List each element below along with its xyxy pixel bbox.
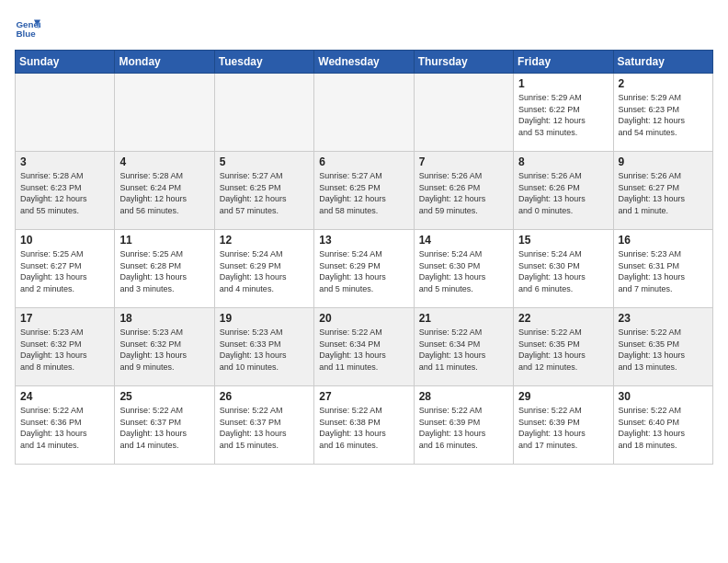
day-info: Sunrise: 5:29 AM Sunset: 6:22 PM Dayligh… <box>518 92 608 138</box>
day-number: 5 <box>220 155 309 168</box>
day-cell: 23Sunrise: 5:22 AM Sunset: 6:35 PM Dayli… <box>613 308 712 386</box>
day-info: Sunrise: 5:23 AM Sunset: 6:32 PM Dayligh… <box>119 327 209 373</box>
day-cell: 19Sunrise: 5:23 AM Sunset: 6:33 PM Dayli… <box>214 308 313 386</box>
day-cell <box>16 74 115 152</box>
week-row-1: 1Sunrise: 5:29 AM Sunset: 6:22 PM Daylig… <box>16 74 713 152</box>
day-cell <box>214 74 313 152</box>
day-number: 28 <box>419 390 508 403</box>
day-info: Sunrise: 5:29 AM Sunset: 6:23 PM Dayligh… <box>619 92 708 138</box>
day-info: Sunrise: 5:24 AM Sunset: 6:30 PM Dayligh… <box>419 248 508 294</box>
calendar-header-row: SundayMondayTuesdayWednesdayThursdayFrid… <box>16 51 713 74</box>
day-info: Sunrise: 5:23 AM Sunset: 6:32 PM Dayligh… <box>20 327 109 373</box>
svg-text:Blue: Blue <box>16 29 36 39</box>
col-header-saturday: Saturday <box>613 51 712 74</box>
day-number: 18 <box>119 312 209 325</box>
day-number: 15 <box>518 234 608 247</box>
day-cell: 3Sunrise: 5:28 AM Sunset: 6:23 PM Daylig… <box>16 152 115 230</box>
day-number: 3 <box>20 155 109 168</box>
day-cell: 14Sunrise: 5:24 AM Sunset: 6:30 PM Dayli… <box>414 230 513 308</box>
day-cell: 7Sunrise: 5:26 AM Sunset: 6:26 PM Daylig… <box>414 152 513 230</box>
day-number: 13 <box>319 234 408 247</box>
day-number: 24 <box>20 390 109 403</box>
day-info: Sunrise: 5:24 AM Sunset: 6:29 PM Dayligh… <box>220 248 309 294</box>
day-info: Sunrise: 5:26 AM Sunset: 6:27 PM Dayligh… <box>619 170 708 216</box>
week-row-3: 10Sunrise: 5:25 AM Sunset: 6:27 PM Dayli… <box>16 230 713 308</box>
col-header-tuesday: Tuesday <box>214 51 313 74</box>
week-row-2: 3Sunrise: 5:28 AM Sunset: 6:23 PM Daylig… <box>16 152 713 230</box>
day-info: Sunrise: 5:28 AM Sunset: 6:23 PM Dayligh… <box>20 170 109 216</box>
day-cell: 9Sunrise: 5:26 AM Sunset: 6:27 PM Daylig… <box>613 152 712 230</box>
day-info: Sunrise: 5:22 AM Sunset: 6:39 PM Dayligh… <box>518 405 608 451</box>
day-info: Sunrise: 5:27 AM Sunset: 6:25 PM Dayligh… <box>220 170 309 216</box>
day-info: Sunrise: 5:22 AM Sunset: 6:35 PM Dayligh… <box>518 327 608 373</box>
day-cell: 6Sunrise: 5:27 AM Sunset: 6:25 PM Daylig… <box>314 152 414 230</box>
day-info: Sunrise: 5:22 AM Sunset: 6:35 PM Dayligh… <box>619 327 708 373</box>
col-header-sunday: Sunday <box>16 51 115 74</box>
day-cell: 20Sunrise: 5:22 AM Sunset: 6:34 PM Dayli… <box>314 308 414 386</box>
day-cell: 27Sunrise: 5:22 AM Sunset: 6:38 PM Dayli… <box>314 386 414 465</box>
day-number: 25 <box>119 390 209 403</box>
day-info: Sunrise: 5:22 AM Sunset: 6:38 PM Dayligh… <box>319 405 408 451</box>
day-cell: 2Sunrise: 5:29 AM Sunset: 6:23 PM Daylig… <box>613 74 712 152</box>
day-cell: 10Sunrise: 5:25 AM Sunset: 6:27 PM Dayli… <box>16 230 115 308</box>
day-info: Sunrise: 5:22 AM Sunset: 6:37 PM Dayligh… <box>119 405 209 451</box>
day-number: 30 <box>619 390 708 403</box>
day-info: Sunrise: 5:23 AM Sunset: 6:33 PM Dayligh… <box>220 327 309 373</box>
day-number: 8 <box>518 155 608 168</box>
col-header-monday: Monday <box>115 51 214 74</box>
page-header: General Blue <box>15 15 713 40</box>
day-info: Sunrise: 5:25 AM Sunset: 6:27 PM Dayligh… <box>20 248 109 294</box>
day-info: Sunrise: 5:27 AM Sunset: 6:25 PM Dayligh… <box>319 170 408 216</box>
day-number: 27 <box>319 390 408 403</box>
day-info: Sunrise: 5:22 AM Sunset: 6:36 PM Dayligh… <box>20 405 109 451</box>
day-cell: 18Sunrise: 5:23 AM Sunset: 6:32 PM Dayli… <box>115 308 214 386</box>
day-cell: 17Sunrise: 5:23 AM Sunset: 6:32 PM Dayli… <box>16 308 115 386</box>
day-number: 17 <box>20 312 109 325</box>
day-number: 29 <box>518 390 608 403</box>
col-header-wednesday: Wednesday <box>314 51 414 74</box>
day-cell: 21Sunrise: 5:22 AM Sunset: 6:34 PM Dayli… <box>414 308 513 386</box>
day-cell <box>414 74 513 152</box>
day-number: 6 <box>319 155 408 168</box>
day-cell <box>115 74 214 152</box>
day-info: Sunrise: 5:22 AM Sunset: 6:39 PM Dayligh… <box>419 405 508 451</box>
day-cell: 11Sunrise: 5:25 AM Sunset: 6:28 PM Dayli… <box>115 230 214 308</box>
day-number: 12 <box>220 234 309 247</box>
col-header-friday: Friday <box>514 51 613 74</box>
day-number: 23 <box>619 312 708 325</box>
day-number: 2 <box>619 77 708 90</box>
day-cell: 5Sunrise: 5:27 AM Sunset: 6:25 PM Daylig… <box>214 152 313 230</box>
logo-icon: General Blue <box>15 15 40 40</box>
day-info: Sunrise: 5:25 AM Sunset: 6:28 PM Dayligh… <box>119 248 209 294</box>
day-info: Sunrise: 5:26 AM Sunset: 6:26 PM Dayligh… <box>419 170 508 216</box>
day-number: 10 <box>20 234 109 247</box>
day-cell: 4Sunrise: 5:28 AM Sunset: 6:24 PM Daylig… <box>115 152 214 230</box>
week-row-5: 24Sunrise: 5:22 AM Sunset: 6:36 PM Dayli… <box>16 386 713 465</box>
day-number: 14 <box>419 234 508 247</box>
day-number: 1 <box>518 77 608 90</box>
day-cell <box>314 74 414 152</box>
logo: General Blue <box>15 15 44 40</box>
day-number: 4 <box>119 155 209 168</box>
day-cell: 13Sunrise: 5:24 AM Sunset: 6:29 PM Dayli… <box>314 230 414 308</box>
day-number: 21 <box>419 312 508 325</box>
day-number: 9 <box>619 155 708 168</box>
day-cell: 15Sunrise: 5:24 AM Sunset: 6:30 PM Dayli… <box>514 230 613 308</box>
day-cell: 16Sunrise: 5:23 AM Sunset: 6:31 PM Dayli… <box>613 230 712 308</box>
day-info: Sunrise: 5:22 AM Sunset: 6:40 PM Dayligh… <box>619 405 708 451</box>
day-cell: 22Sunrise: 5:22 AM Sunset: 6:35 PM Dayli… <box>514 308 613 386</box>
day-info: Sunrise: 5:22 AM Sunset: 6:34 PM Dayligh… <box>319 327 408 373</box>
day-info: Sunrise: 5:24 AM Sunset: 6:30 PM Dayligh… <box>518 248 608 294</box>
day-cell: 25Sunrise: 5:22 AM Sunset: 6:37 PM Dayli… <box>115 386 214 465</box>
day-number: 26 <box>220 390 309 403</box>
day-number: 11 <box>119 234 209 247</box>
day-cell: 24Sunrise: 5:22 AM Sunset: 6:36 PM Dayli… <box>16 386 115 465</box>
day-number: 19 <box>220 312 309 325</box>
day-number: 20 <box>319 312 408 325</box>
day-info: Sunrise: 5:22 AM Sunset: 6:37 PM Dayligh… <box>220 405 309 451</box>
day-cell: 8Sunrise: 5:26 AM Sunset: 6:26 PM Daylig… <box>514 152 613 230</box>
day-info: Sunrise: 5:28 AM Sunset: 6:24 PM Dayligh… <box>119 170 209 216</box>
day-info: Sunrise: 5:23 AM Sunset: 6:31 PM Dayligh… <box>619 248 708 294</box>
day-number: 16 <box>619 234 708 247</box>
day-info: Sunrise: 5:22 AM Sunset: 6:34 PM Dayligh… <box>419 327 508 373</box>
